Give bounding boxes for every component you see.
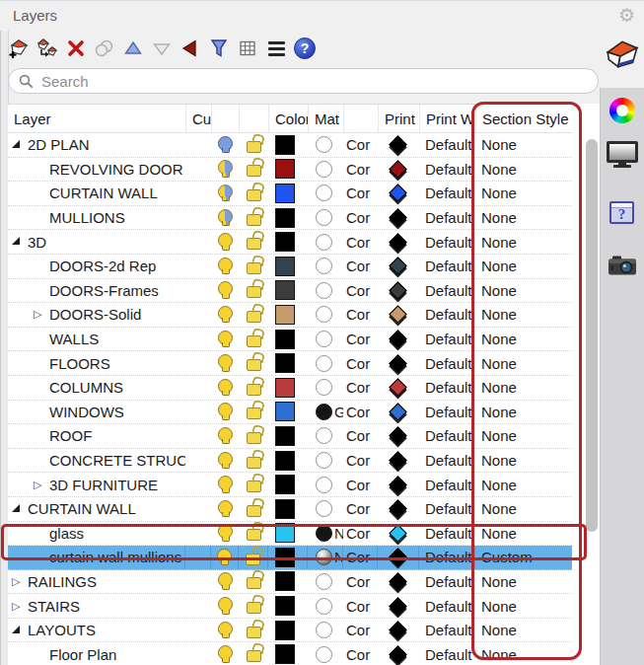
visibility-bulb-icon[interactable] [218, 136, 233, 151]
search-input[interactable] [39, 72, 588, 91]
visibility-cell[interactable] [211, 497, 239, 521]
color-swatch[interactable] [275, 451, 295, 471]
material-cell[interactable] [308, 642, 343, 665]
material-icon[interactable] [316, 549, 332, 565]
color-cell[interactable] [268, 401, 308, 424]
section-style-label[interactable]: Custom [475, 546, 572, 569]
layer-name-cell[interactable]: ▷RAILINGS [8, 570, 185, 594]
print-color-cell[interactable] [378, 328, 419, 351]
lock-cell[interactable] [239, 449, 268, 473]
material-cell[interactable] [308, 473, 343, 496]
layer-name-cell[interactable]: REVOLVING DOOR [8, 158, 185, 182]
linetype-label[interactable]: Cor [343, 497, 378, 521]
material-icon[interactable] [316, 282, 332, 299]
visibility-cell[interactable] [211, 401, 239, 424]
material-cell[interactable]: N [308, 546, 343, 569]
expand-arrow-icon[interactable] [12, 140, 20, 148]
linetype-label[interactable]: Cor [343, 255, 378, 278]
lock-icon[interactable] [247, 650, 261, 662]
lock-icon[interactable] [247, 627, 261, 638]
visibility-bulb-icon[interactable] [218, 209, 233, 224]
visibility-cell[interactable] [211, 206, 239, 230]
collapse-arrow-icon[interactable]: ▷ [12, 601, 20, 612]
print-color-icon[interactable] [389, 476, 406, 493]
current-layer-cell[interactable] [185, 206, 211, 230]
visibility-bulb-icon[interactable] [218, 597, 233, 612]
print-color-icon[interactable] [389, 185, 406, 202]
material-icon[interactable] [316, 404, 332, 420]
print-color-cell[interactable] [378, 351, 419, 375]
layer-name-cell[interactable]: 3D [8, 230, 185, 254]
color-swatch[interactable] [275, 135, 295, 155]
color-swatch[interactable] [275, 208, 295, 228]
lock-icon[interactable] [247, 480, 261, 492]
print-width-label[interactable]: Default [419, 642, 475, 665]
filter-button[interactable] [208, 37, 230, 59]
visibility-bulb-icon[interactable] [218, 306, 233, 321]
color-swatch[interactable] [275, 426, 295, 446]
current-layer-cell[interactable] [185, 303, 211, 327]
print-width-label[interactable]: Default [419, 619, 475, 642]
layer-name-cell[interactable]: CURTAIN WALL [8, 182, 185, 205]
layer-row[interactable]: COLUMNSCorDefaultNone [8, 376, 572, 401]
linetype-label[interactable]: Cor [343, 376, 378, 400]
visibility-cell[interactable] [211, 594, 239, 618]
duplicate-layer-button[interactable] [94, 37, 115, 59]
material-cell[interactable] [308, 230, 343, 254]
material-icon[interactable] [316, 573, 332, 590]
linetype-label[interactable]: Cor [343, 230, 378, 254]
lock-icon[interactable] [247, 165, 261, 177]
lock-icon[interactable] [247, 335, 261, 347]
print-color-cell[interactable] [378, 182, 419, 205]
rhino-logo-tab[interactable] [604, 37, 641, 72]
layer-name-cell[interactable]: ▷3D FURNITURE [8, 473, 185, 496]
linetype-label[interactable]: Cor [343, 158, 378, 182]
material-icon[interactable] [316, 306, 332, 323]
layer-row[interactable]: DOORS-2d RepCorDefaultNone [8, 255, 572, 279]
linetype-label[interactable]: Cor [343, 449, 378, 473]
section-style-label[interactable]: None [475, 497, 572, 521]
new-sublayer-button[interactable] [36, 37, 58, 59]
lock-icon[interactable] [247, 407, 261, 419]
layer-row[interactable]: curtain wall mullionsNCorDefaultCustom [8, 546, 572, 570]
material-icon[interactable] [316, 525, 332, 542]
current-layer-cell[interactable] [185, 351, 211, 375]
print-color-icon[interactable] [389, 524, 406, 542]
print-width-label[interactable]: Default [419, 376, 475, 400]
print-color-cell[interactable] [378, 642, 419, 665]
layer-name-cell[interactable]: CURTAIN WALL [8, 497, 185, 521]
print-width-label[interactable]: Default [419, 255, 475, 278]
visibility-cell[interactable] [211, 255, 239, 278]
print-color-icon[interactable] [389, 597, 406, 615]
layer-name-cell[interactable]: ROOF [8, 424, 185, 448]
print-color-cell[interactable] [378, 206, 419, 230]
print-color-cell[interactable] [378, 497, 419, 521]
visibility-cell[interactable] [211, 328, 239, 351]
visibility-cell[interactable] [211, 376, 239, 400]
layer-name-cell[interactable]: glass [8, 522, 185, 546]
visibility-bulb-icon[interactable] [218, 645, 233, 660]
layer-row[interactable]: glassNCorDefaultNone [8, 522, 572, 547]
color-swatch[interactable] [275, 523, 295, 543]
material-cell[interactable] [308, 206, 343, 230]
print-width-label[interactable]: Default [419, 158, 475, 182]
lock-icon[interactable] [247, 238, 261, 250]
color-swatch[interactable] [275, 499, 295, 519]
section-style-label[interactable]: None [475, 133, 572, 157]
linetype-label[interactable]: Cor [343, 351, 378, 375]
material-icon[interactable] [316, 477, 332, 493]
column-header-section-style[interactable]: Section Style [475, 105, 572, 132]
material-cell[interactable] [308, 449, 343, 473]
section-style-label[interactable]: None [475, 328, 572, 351]
visibility-cell[interactable] [211, 279, 239, 303]
current-layer-cell[interactable] [185, 230, 211, 254]
material-icon[interactable] [316, 258, 332, 274]
print-color-cell[interactable] [378, 522, 419, 546]
print-color-icon[interactable] [389, 160, 406, 178]
color-swatch[interactable] [275, 475, 295, 494]
layer-row[interactable]: ROOFCorDefaultNone [8, 424, 572, 449]
color-swatch[interactable] [275, 644, 295, 664]
print-width-label[interactable]: Default [419, 594, 475, 618]
print-width-label[interactable]: Default [419, 230, 475, 254]
print-color-icon[interactable] [389, 306, 406, 324]
